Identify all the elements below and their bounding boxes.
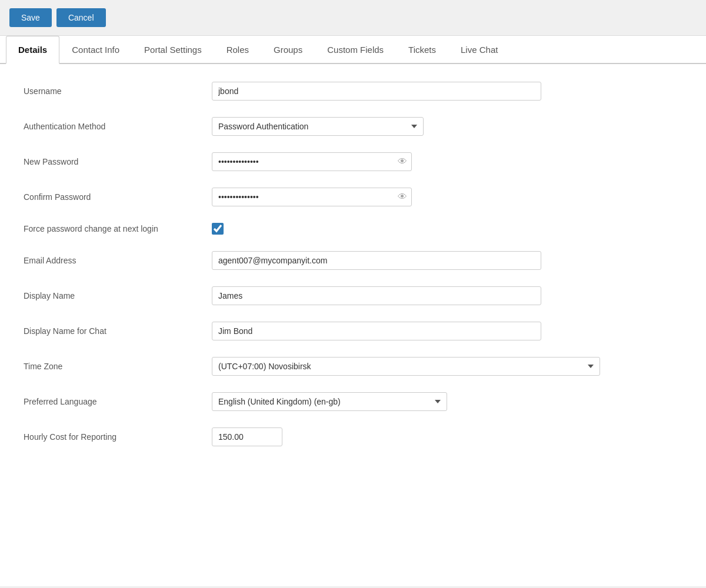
- preferred-language-select[interactable]: English (United Kingdom) (en-gb) English…: [212, 392, 447, 411]
- confirm-password-input[interactable]: [212, 188, 412, 206]
- tab-roles[interactable]: Roles: [214, 36, 261, 64]
- new-password-wrapper: 👁: [212, 152, 412, 171]
- tab-tickets[interactable]: Tickets: [396, 36, 448, 64]
- timezone-row: Time Zone (UTC+07:00) Novosibirsk (UTC+0…: [24, 357, 624, 376]
- auth-method-label: Authentication Method: [24, 122, 200, 131]
- timezone-label: Time Zone: [24, 362, 200, 371]
- confirm-password-label: Confirm Password: [24, 192, 200, 202]
- auth-method-select[interactable]: Password Authentication LDAP Authenticat…: [212, 117, 424, 136]
- preferred-language-label: Preferred Language: [24, 397, 200, 406]
- force-password-control: [212, 223, 541, 235]
- username-input[interactable]: [212, 82, 541, 101]
- tab-details[interactable]: Details: [6, 36, 59, 64]
- email-control: [212, 251, 541, 270]
- force-password-checkbox[interactable]: [212, 223, 224, 235]
- timezone-control: (UTC+07:00) Novosibirsk (UTC+00:00) UTC …: [212, 357, 600, 376]
- cancel-button[interactable]: Cancel: [56, 8, 106, 27]
- display-name-row: Display Name: [24, 286, 624, 305]
- preferred-language-row: Preferred Language English (United Kingd…: [24, 392, 624, 411]
- details-form: Username Authentication Method Password …: [0, 64, 647, 480]
- new-password-row: New Password 👁: [24, 152, 624, 171]
- new-password-control: 👁: [212, 152, 541, 171]
- confirm-password-control: 👁: [212, 188, 541, 206]
- display-name-control: [212, 286, 541, 305]
- new-password-eye-icon[interactable]: 👁: [398, 156, 407, 167]
- display-name-chat-row: Display Name for Chat: [24, 322, 624, 340]
- display-name-chat-label: Display Name for Chat: [24, 326, 200, 336]
- confirm-password-wrapper: 👁: [212, 188, 412, 206]
- new-password-label: New Password: [24, 157, 200, 166]
- auth-method-control: Password Authentication LDAP Authenticat…: [212, 117, 424, 136]
- auth-method-row: Authentication Method Password Authentic…: [24, 117, 624, 136]
- save-button[interactable]: Save: [9, 8, 52, 27]
- main-container: Details Contact Info Portal Settings Rol…: [0, 36, 706, 586]
- username-label: Username: [24, 86, 200, 96]
- username-control: [212, 82, 541, 101]
- tab-contact-info[interactable]: Contact Info: [59, 36, 132, 64]
- preferred-language-control: English (United Kingdom) (en-gb) English…: [212, 392, 447, 411]
- force-password-label: Force password change at next login: [24, 224, 200, 233]
- new-password-input[interactable]: [212, 152, 412, 171]
- display-name-input[interactable]: [212, 286, 541, 305]
- tabs-nav: Details Contact Info Portal Settings Rol…: [0, 36, 706, 64]
- force-password-row: Force password change at next login: [24, 223, 624, 235]
- hourly-cost-control: [212, 427, 541, 446]
- tab-custom-fields[interactable]: Custom Fields: [315, 36, 396, 64]
- display-name-chat-control: [212, 322, 541, 340]
- timezone-select[interactable]: (UTC+07:00) Novosibirsk (UTC+00:00) UTC …: [212, 357, 600, 376]
- force-password-checkbox-wrapper: [212, 223, 541, 235]
- top-bar: Save Cancel: [0, 0, 706, 36]
- hourly-cost-row: Hourly Cost for Reporting: [24, 427, 624, 446]
- email-input[interactable]: [212, 251, 541, 270]
- username-row: Username: [24, 82, 624, 101]
- email-label: Email Address: [24, 256, 200, 265]
- tab-portal-settings[interactable]: Portal Settings: [132, 36, 214, 64]
- display-name-chat-input[interactable]: [212, 322, 541, 340]
- display-name-label: Display Name: [24, 291, 200, 300]
- tab-groups[interactable]: Groups: [261, 36, 315, 64]
- confirm-password-eye-icon[interactable]: 👁: [398, 192, 407, 202]
- tab-live-chat[interactable]: Live Chat: [448, 36, 510, 64]
- hourly-cost-label: Hourly Cost for Reporting: [24, 432, 200, 442]
- email-row: Email Address: [24, 251, 624, 270]
- hourly-cost-input[interactable]: [212, 427, 282, 446]
- confirm-password-row: Confirm Password 👁: [24, 188, 624, 206]
